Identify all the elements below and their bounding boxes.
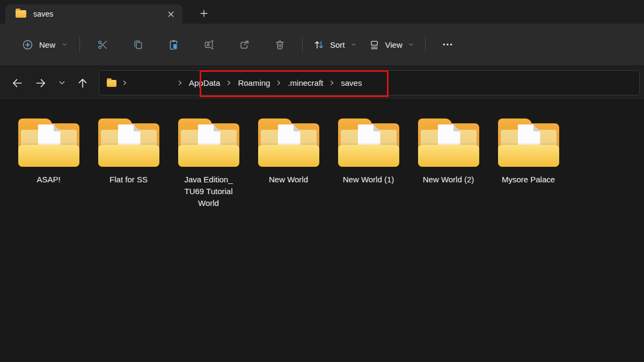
cut-button[interactable] xyxy=(91,33,114,56)
folder-icon xyxy=(498,119,559,167)
breadcrumb-minecraft[interactable]: .minecraft xyxy=(284,76,327,90)
folder-icon xyxy=(258,119,319,167)
address-bar[interactable]: AppData Roaming .minecraft saves xyxy=(99,70,640,95)
tab-title: saves xyxy=(33,10,163,18)
toolbar-separator xyxy=(425,36,426,53)
breadcrumb-chevron-icon[interactable] xyxy=(177,79,184,86)
tab-bar: saves xyxy=(0,0,644,24)
nav-buttons xyxy=(0,73,99,93)
see-more-button[interactable] xyxy=(435,33,460,56)
file-explorer-window: saves New xyxy=(0,0,644,362)
new-button-label: New xyxy=(39,40,55,49)
folder-icon xyxy=(107,80,116,87)
copy-button[interactable] xyxy=(126,33,150,56)
folder-item-label: ASAP! xyxy=(36,174,60,186)
folder-item-asap[interactable]: ASAP! xyxy=(9,119,89,186)
folder-item-java-edition-tu69-tutorial-world[interactable]: Java Edition_ TU69 Tutorial World xyxy=(169,119,248,209)
paste-button[interactable] xyxy=(162,33,185,56)
folder-icon xyxy=(98,119,159,167)
view-button-label: View xyxy=(385,40,402,49)
view-button[interactable]: View xyxy=(363,33,420,56)
folder-item-label: New World (2) xyxy=(423,174,474,186)
back-arrow-icon[interactable] xyxy=(8,73,27,93)
delete-icon xyxy=(274,39,286,50)
plus-circle-icon xyxy=(22,39,33,50)
see-more-icon xyxy=(442,39,453,50)
toolbar-separator xyxy=(79,36,80,53)
sort-arrows-icon xyxy=(313,39,325,50)
folder-icon xyxy=(338,119,399,167)
folder-item-new-world[interactable]: New World xyxy=(248,119,328,186)
chevron-down-icon xyxy=(350,41,357,48)
folder-icon xyxy=(16,10,26,18)
sort-button[interactable]: Sort xyxy=(308,33,363,56)
folder-item-label: Java Edition_ TU69 Tutorial World xyxy=(179,174,239,209)
paste-icon xyxy=(168,39,179,50)
new-tab-button[interactable] xyxy=(196,6,211,20)
folder-icon xyxy=(18,119,79,167)
folder-item-new-world-1[interactable]: New World (1) xyxy=(328,119,408,186)
folder-icon xyxy=(418,119,479,167)
folder-item-label: New World xyxy=(269,174,308,186)
chevron-down-icon xyxy=(408,41,414,48)
breadcrumb-appdata[interactable]: AppData xyxy=(185,76,224,90)
folder-item-label: Mysore Palace xyxy=(502,174,555,186)
close-tab-icon[interactable] xyxy=(163,7,178,21)
breadcrumb-chevron-icon[interactable] xyxy=(275,79,282,86)
folder-icon xyxy=(178,119,239,167)
hidden-path-segment xyxy=(130,80,175,86)
share-icon xyxy=(239,39,250,50)
folder-item-label: Flat for SS xyxy=(109,174,148,186)
navigation-bar: AppData Roaming .minecraft saves xyxy=(0,66,644,100)
breadcrumb-chevron-icon[interactable] xyxy=(121,79,128,86)
sort-button-label: Sort xyxy=(330,40,345,49)
tab-saves[interactable]: saves xyxy=(5,4,182,24)
copy-icon xyxy=(133,39,144,50)
breadcrumb-chevron-icon[interactable] xyxy=(225,79,232,86)
rename-icon xyxy=(203,39,215,50)
command-bar: New xyxy=(0,24,644,66)
cut-icon xyxy=(97,39,108,50)
rename-button[interactable] xyxy=(197,33,221,56)
breadcrumb-roaming[interactable]: Roaming xyxy=(234,76,274,90)
share-button[interactable] xyxy=(232,33,256,56)
chevron-down-icon xyxy=(61,41,68,48)
up-arrow-icon[interactable] xyxy=(73,73,92,93)
recent-locations-chevron-icon[interactable] xyxy=(55,73,69,93)
delete-button[interactable] xyxy=(268,33,291,56)
new-button[interactable]: New xyxy=(15,33,75,56)
view-icon xyxy=(369,39,380,50)
breadcrumb-saves[interactable]: saves xyxy=(337,76,365,90)
forward-arrow-icon[interactable] xyxy=(31,73,50,93)
folder-item-new-world-2[interactable]: New World (2) xyxy=(408,119,488,186)
folder-item-mysore-palace[interactable]: Mysore Palace xyxy=(488,119,568,186)
folder-item-label: New World (1) xyxy=(343,174,394,186)
toolbar-separator xyxy=(302,36,303,53)
breadcrumb-chevron-icon[interactable] xyxy=(328,79,335,86)
file-list: ASAP! Flat for SS Java Edition_ TU69 Tut… xyxy=(0,100,644,209)
folder-item-flat-for-ss[interactable]: Flat for SS xyxy=(89,119,169,186)
